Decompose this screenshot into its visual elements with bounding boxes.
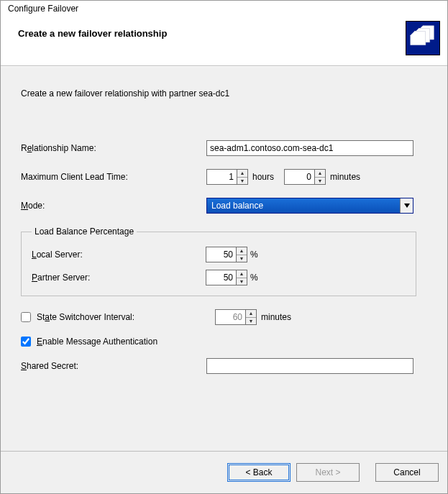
next-button[interactable]: Next > — [296, 463, 360, 482]
hours-spinner[interactable]: ▲ ▼ — [206, 169, 248, 185]
hours-down-button[interactable]: ▼ — [237, 178, 247, 185]
state-switchover-input[interactable] — [215, 309, 245, 325]
relationship-name-input[interactable] — [206, 140, 413, 156]
partner-server-label: Partner Server: — [32, 273, 206, 283]
shared-secret-label: Shared Secret: — [21, 361, 206, 371]
mode-dropdown[interactable]: Load balance — [206, 198, 413, 214]
state-switchover-checkbox[interactable] — [21, 312, 31, 322]
shared-secret-input[interactable] — [206, 358, 413, 374]
minutes-input[interactable] — [284, 169, 314, 185]
max-client-lead-label: Maximum Client Lead Time: — [21, 172, 206, 182]
mode-selected: Load balance — [207, 198, 400, 213]
local-server-input[interactable] — [206, 247, 236, 262]
switchover-down-button[interactable]: ▼ — [246, 318, 256, 325]
state-switchover-unit: minutes — [261, 312, 291, 322]
state-switchover-label: State Switchover Interval: — [37, 312, 134, 322]
wizard-body: Create a new failover relationship with … — [1, 66, 447, 451]
local-down-button[interactable]: ▼ — [237, 255, 247, 262]
hours-up-button[interactable]: ▲ — [237, 170, 247, 178]
enable-msg-auth-label: Enable Message Authentication — [37, 337, 157, 347]
partner-up-button[interactable]: ▲ — [237, 270, 247, 278]
hours-unit: hours — [252, 172, 274, 182]
partner-pct: % — [250, 273, 258, 283]
mode-label: Mode: — [21, 201, 206, 211]
cancel-button[interactable]: Cancel — [375, 463, 439, 482]
partner-server-spinner[interactable]: ▲ ▼ — [206, 270, 247, 285]
window-title: Configure Failover — [1, 1, 447, 14]
wizard-folders-icon — [406, 21, 440, 55]
page-title: Create a new failover relationship — [18, 28, 167, 39]
mode-dropdown-button[interactable] — [400, 198, 413, 213]
minutes-up-button[interactable]: ▲ — [315, 170, 325, 178]
intro-text: Create a new failover relationship with … — [21, 88, 430, 99]
state-switchover-spinner[interactable]: ▲ ▼ — [215, 309, 257, 325]
load-balance-group: Load Balance Percentage Local Server: ▲ … — [21, 227, 416, 296]
switchover-up-button[interactable]: ▲ — [246, 310, 256, 318]
local-server-spinner[interactable]: ▲ ▼ — [206, 247, 247, 262]
local-server-label: Local Server: — [32, 250, 206, 260]
partner-server-input[interactable] — [206, 270, 236, 285]
enable-msg-auth-checkbox[interactable] — [21, 337, 31, 347]
wizard-footer: < Back Next > Cancel — [1, 451, 447, 493]
hours-input[interactable] — [206, 169, 237, 185]
local-up-button[interactable]: ▲ — [237, 247, 247, 255]
wizard-header: Create a new failover relationship — [1, 14, 447, 66]
local-pct: % — [250, 250, 258, 260]
minutes-down-button[interactable]: ▼ — [315, 178, 325, 185]
relationship-name-label: Relationship Name: — [21, 143, 206, 153]
minutes-spinner[interactable]: ▲ ▼ — [284, 169, 326, 185]
partner-down-button[interactable]: ▼ — [237, 278, 247, 285]
load-balance-legend: Load Balance Percentage — [32, 227, 137, 237]
back-button[interactable]: < Back — [227, 463, 291, 482]
chevron-down-icon — [404, 203, 410, 208]
minutes-unit: minutes — [330, 172, 360, 182]
